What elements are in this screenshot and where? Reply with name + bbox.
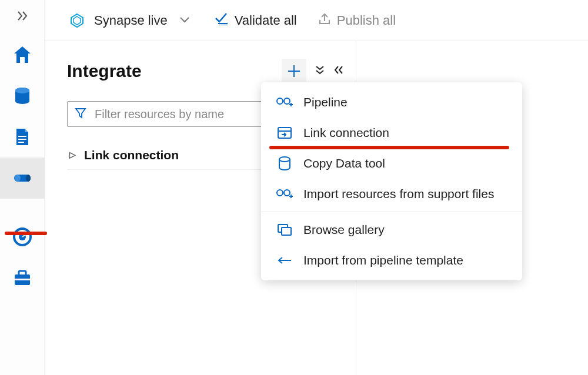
document-icon xyxy=(12,126,33,148)
panel-title: Integrate xyxy=(67,61,142,81)
svg-rect-4 xyxy=(18,139,26,140)
database-icon xyxy=(276,156,293,170)
svg-rect-14 xyxy=(15,279,30,280)
svg-rect-0 xyxy=(20,57,25,63)
nav-develop[interactable] xyxy=(0,116,45,158)
menu-item-pipeline[interactable]: Pipeline xyxy=(261,87,522,118)
gauge-icon xyxy=(12,226,33,247)
gallery-icon xyxy=(276,223,293,236)
svg-point-8 xyxy=(26,175,31,182)
collapse-panel-button[interactable] xyxy=(333,65,344,78)
mode-dropdown-toggle[interactable] xyxy=(179,15,190,26)
svg-rect-33 xyxy=(282,227,291,235)
menu-item-import-support-files[interactable]: Import resources from support files xyxy=(261,179,522,209)
link-connection-icon xyxy=(276,126,293,139)
nav-integrate[interactable] xyxy=(0,158,45,199)
svg-rect-13 xyxy=(19,271,26,276)
menu-item-label: Link connection xyxy=(303,126,389,140)
menu-item-label: Import from pipeline template xyxy=(303,253,463,267)
nav-home[interactable] xyxy=(0,34,45,75)
filter-icon xyxy=(75,107,86,121)
publish-all-button: Publish all xyxy=(318,12,396,29)
menu-item-link-connection[interactable]: Link connection xyxy=(261,118,522,148)
expand-all-button[interactable] xyxy=(315,65,325,78)
add-resource-button[interactable] xyxy=(282,59,306,83)
nav-data[interactable] xyxy=(0,75,45,116)
menu-item-label: Browse gallery xyxy=(303,223,385,237)
menu-item-label: Copy Data tool xyxy=(303,156,385,170)
validate-all-label: Validate all xyxy=(235,13,297,28)
validate-icon xyxy=(215,12,229,29)
svg-point-28 xyxy=(277,190,283,196)
pipeline-icon xyxy=(12,168,33,189)
svg-point-2 xyxy=(15,88,29,93)
rail-expand-toggle[interactable] xyxy=(16,11,29,24)
toolbox-icon xyxy=(12,267,33,289)
menu-item-label: Pipeline xyxy=(303,95,348,109)
svg-point-27 xyxy=(279,157,290,162)
nav-manage[interactable] xyxy=(0,257,45,299)
top-toolbar: Synapse live Validate all Publish all xyxy=(45,0,588,41)
tree-caret-icon: ▷ xyxy=(69,150,76,159)
tree-item-label: Link connection xyxy=(84,148,179,162)
publish-all-label: Publish all xyxy=(337,13,396,28)
menu-item-label: Import resources from support files xyxy=(303,187,494,201)
menu-item-import-template[interactable]: Import from pipeline template xyxy=(261,245,522,276)
synapse-mode-icon xyxy=(69,13,85,28)
home-icon xyxy=(12,44,33,65)
import-icon xyxy=(276,188,293,200)
svg-point-21 xyxy=(277,98,283,104)
plus-icon xyxy=(286,63,302,79)
mode-label[interactable]: Synapse live xyxy=(94,13,168,28)
nav-integrate-highlight xyxy=(5,232,47,235)
validate-all-button[interactable]: Validate all xyxy=(215,12,297,29)
svg-rect-3 xyxy=(18,136,26,137)
svg-marker-16 xyxy=(74,16,81,25)
database-icon xyxy=(12,85,33,106)
menu-item-copy-data-tool[interactable]: Copy Data tool xyxy=(261,148,522,179)
left-nav-rail xyxy=(0,0,45,375)
svg-point-22 xyxy=(284,98,290,104)
svg-point-29 xyxy=(284,190,290,196)
svg-point-7 xyxy=(15,175,21,182)
menu-separator xyxy=(261,212,522,212)
menu-item-browse-gallery[interactable]: Browse gallery xyxy=(261,215,522,245)
publish-icon xyxy=(318,12,331,29)
add-resource-menu: Pipeline Link connection Copy Data tool … xyxy=(261,82,522,280)
arrow-left-icon xyxy=(276,256,293,264)
pipeline-icon xyxy=(276,96,293,108)
svg-rect-5 xyxy=(18,142,24,143)
nav-monitor[interactable] xyxy=(0,216,45,257)
